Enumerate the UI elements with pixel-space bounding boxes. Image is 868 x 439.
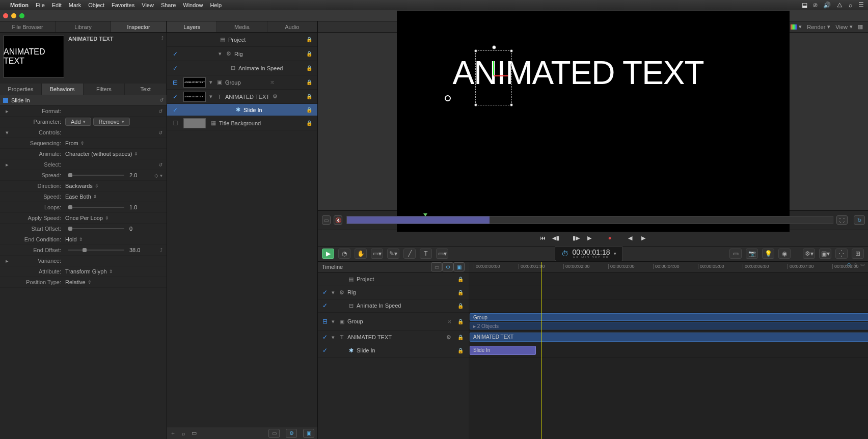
remove-parameter-button[interactable]: Remove▾ — [93, 118, 130, 126]
disclose-text[interactable]: ▾ — [208, 93, 214, 100]
layer-check[interactable]: ✓ — [169, 93, 181, 100]
selection-box[interactable] — [475, 50, 512, 105]
clip-group[interactable]: Group — [470, 313, 868, 321]
layer-group[interactable]: ⊟ ANIMATED TEXT ▾ ▣ Group ⤮ 🔒 — [167, 75, 317, 90]
camera-button[interactable]: 📷 — [746, 249, 758, 259]
layer-check[interactable]: ✓ — [169, 106, 181, 114]
reset-format[interactable]: ↺ — [158, 108, 162, 114]
disclose-group[interactable]: ▾ — [208, 79, 214, 86]
slider-loops[interactable] — [68, 207, 124, 208]
canvas-menu-icon[interactable]: ▦ — [858, 23, 863, 30]
tl-row-slide-in[interactable]: ✓ ✱ Slide In 🔒 — [318, 344, 469, 358]
menu-view[interactable]: View — [142, 2, 154, 8]
menu-help[interactable]: Help — [210, 2, 222, 8]
reset-controls[interactable]: ↺ — [158, 130, 162, 135]
timeline-playhead[interactable] — [541, 262, 541, 440]
color-channels-button[interactable]: ▾ — [791, 23, 802, 30]
layer-check[interactable]: ⊟ — [320, 318, 330, 325]
value-loops[interactable]: 1.0 — [129, 204, 137, 210]
layer-animated-text[interactable]: ✓ ANIMATED TEXT ▾ T ANIMATED TEXT ⚙ 🔒 — [167, 90, 317, 104]
lock-icon[interactable]: 🔒 — [454, 335, 467, 340]
anchor-point[interactable] — [445, 95, 451, 101]
value-apply-speed[interactable]: Once Per Loop — [65, 215, 103, 221]
record-button[interactable]: ● — [605, 234, 615, 242]
tl-view-3[interactable]: ▣ — [453, 262, 465, 271]
behaviors-button[interactable]: ⚙▾ — [803, 249, 815, 259]
minimize-button[interactable] — [11, 13, 16, 18]
track-slide-in[interactable]: Slide In — [469, 344, 868, 358]
reset-select[interactable]: ↺ — [158, 162, 162, 168]
prev-frame-button[interactable]: ◀▮ — [551, 234, 561, 242]
clip-slide-in[interactable]: Slide In — [470, 346, 536, 355]
menu-object[interactable]: Object — [88, 2, 104, 8]
filters-button[interactable]: ▣▾ — [819, 249, 831, 259]
tl-row-group[interactable]: ⊟ ▾ ▣ Group ⤮ 🔒 — [318, 313, 469, 331]
search-icon[interactable]: ⌕ — [182, 430, 185, 436]
handle-tl[interactable] — [474, 49, 477, 52]
view-1-button[interactable]: ▭ — [268, 429, 280, 438]
mini-tl-button-1[interactable]: ▭ — [322, 215, 331, 225]
lock-icon[interactable]: 🔒 — [454, 277, 467, 282]
slider-spread[interactable] — [68, 175, 124, 176]
lock-icon[interactable]: 🔒 — [303, 79, 315, 85]
tl-row-project[interactable]: ▤ Project 🔒 — [318, 273, 469, 286]
disclose-variance[interactable]: ▸ — [4, 258, 10, 264]
disclose-icon[interactable]: ▾ — [330, 334, 336, 341]
publish-icon[interactable]: ⤴ — [161, 36, 164, 41]
slider-end-offset[interactable] — [68, 250, 124, 251]
value-attribute[interactable]: Transform Glyph — [65, 268, 107, 275]
line-tool[interactable]: ╱ — [403, 249, 416, 259]
insp-tab-behaviors[interactable]: Behaviors — [42, 84, 84, 95]
layer-slide-in[interactable]: ✓ ✱ Slide In 🔒 — [167, 104, 317, 116]
close-button[interactable] — [3, 13, 8, 18]
disclose-controls[interactable]: ▾ — [4, 129, 10, 136]
publish-end-offset[interactable]: ⤴ — [160, 248, 162, 253]
timecode-menu[interactable]: ▾ — [614, 251, 616, 256]
lock-icon[interactable]: 🔒 — [454, 319, 467, 324]
layer-check[interactable]: ✓ — [320, 289, 330, 296]
lock-icon[interactable]: 🔒 — [303, 107, 315, 113]
volume-icon[interactable]: 🔊 — [823, 2, 831, 9]
handle-tr[interactable] — [510, 49, 513, 52]
insp-tab-properties[interactable]: Properties — [0, 84, 42, 95]
view-menu[interactable]: View ▾ — [835, 23, 853, 30]
pen-tool[interactable]: ✎▾ — [387, 249, 399, 259]
disclose-icon[interactable]: ▾ — [330, 318, 336, 325]
layer-check[interactable]: ✓ — [169, 50, 181, 58]
layer-project[interactable]: ▤ Project 🔒 — [167, 33, 317, 47]
lock-icon[interactable]: 🔒 — [454, 290, 467, 295]
layer-rig[interactable]: ✓ ▾ ⚙ Rig 🔒 — [167, 47, 317, 61]
timeline-ruler[interactable]: ◇ ◇ ▭ 00:00:00:0000:00:01:0000:00:02:000… — [469, 262, 868, 273]
behavior-header[interactable]: Slide In ↺ — [0, 95, 167, 106]
tl-row-animated-text[interactable]: ✓ ▾ T ANIMATED TEXT ⚙ 🔒 — [318, 331, 469, 344]
menu-file[interactable]: File — [36, 2, 45, 8]
value-direction[interactable]: Backwards — [65, 183, 93, 189]
menu-favorites[interactable]: Favorites — [112, 2, 134, 8]
wifi-icon[interactable]: ⧋ — [837, 2, 843, 9]
clip-objects[interactable]: ▸ 2 Objects — [470, 322, 868, 330]
tl-row-animate-speed[interactable]: ✓ ⊟ Animate In Speed 🔒 — [318, 299, 469, 313]
track-project[interactable] — [469, 273, 868, 286]
stack-icon[interactable]: ▭ — [192, 430, 197, 436]
play-button[interactable]: ▶ — [584, 234, 594, 242]
value-animate[interactable]: Character (without spaces) — [65, 151, 132, 157]
handle-br[interactable] — [510, 103, 513, 106]
screen-icon[interactable]: ⎚ — [813, 2, 817, 9]
layer-check[interactable]: ✓ — [320, 334, 330, 341]
tab-file-browser[interactable]: File Browser — [0, 21, 56, 32]
tab-media[interactable]: Media — [217, 21, 267, 32]
layer-check[interactable]: ☐ — [169, 120, 181, 127]
mini-playhead[interactable] — [423, 213, 427, 216]
light-button[interactable]: 💡 — [762, 249, 774, 259]
hud-button[interactable]: ▭ — [729, 249, 742, 259]
render-menu[interactable]: Render ▾ — [807, 23, 830, 30]
link-icon[interactable]: ⤮ — [444, 319, 454, 324]
menu-icon[interactable]: ☰ — [858, 2, 864, 9]
dropbox-icon[interactable]: ⬓ — [802, 2, 807, 9]
tl-zoom-slider[interactable]: ▭ — [860, 262, 865, 267]
value-start-offset[interactable]: 0 — [129, 226, 132, 232]
layer-check[interactable]: ⊟ — [169, 79, 181, 86]
layer-check[interactable]: ✓ — [320, 347, 330, 354]
lock-icon[interactable]: 🔒 — [303, 94, 315, 99]
disclose-select[interactable]: ▸ — [4, 161, 10, 168]
